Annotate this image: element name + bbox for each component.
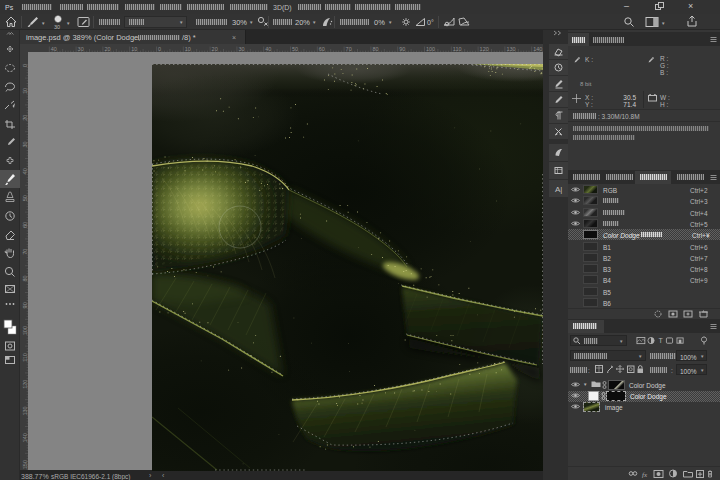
svg-text:70: 70 [346,46,352,52]
svg-text:150: 150 [22,460,28,469]
svg-text:30: 30 [238,46,244,52]
svg-text:60: 60 [22,222,28,228]
svg-text:140: 140 [533,46,542,52]
svg-text:A|: A| [555,185,562,194]
svg-text:90: 90 [22,302,28,308]
svg-text:100: 100 [426,46,435,52]
svg-text:20: 20 [104,46,110,52]
svg-text:80: 80 [372,46,378,52]
svg-text:50: 50 [22,195,28,201]
svg-text:60: 60 [319,46,325,52]
svg-text:10: 10 [131,46,137,52]
svg-text:110: 110 [22,353,28,362]
svg-text:50: 50 [292,46,298,52]
svg-text:90: 90 [399,46,405,52]
svg-text:140: 140 [22,433,28,442]
svg-text:120: 120 [22,380,28,389]
svg-text:110: 110 [453,46,462,52]
svg-text:fx: fx [642,471,648,479]
svg-text:0: 0 [158,46,161,52]
svg-text:10: 10 [22,88,28,94]
svg-text:T: T [659,337,664,344]
svg-text:100: 100 [22,326,28,335]
svg-text:130: 130 [506,46,515,52]
svg-text:0: 0 [22,64,28,67]
svg-text:40: 40 [265,46,271,52]
svg-text:40: 40 [51,46,57,52]
svg-text:20: 20 [22,115,28,121]
svg-text:30: 30 [22,141,28,147]
svg-text:80: 80 [22,275,28,281]
svg-text:40: 40 [22,168,28,174]
svg-text:120: 120 [480,46,489,52]
svg-text:30: 30 [78,46,84,52]
svg-text:70: 70 [22,249,28,255]
svg-text:20: 20 [212,46,218,52]
svg-text:130: 130 [22,406,28,415]
svg-text:10: 10 [185,46,191,52]
